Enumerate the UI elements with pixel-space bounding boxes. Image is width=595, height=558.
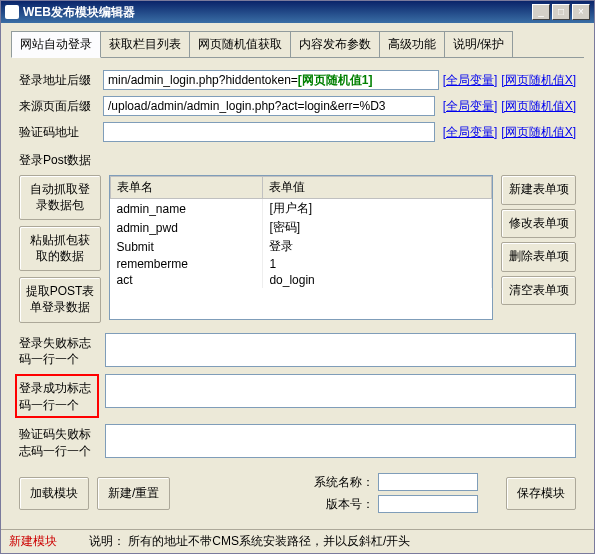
link-global-var-2[interactable]: [全局变量] [443,98,498,115]
new-reset-button[interactable]: 新建/重置 [97,477,170,511]
login-url-input[interactable]: min/admin_login.php?hiddentoken=[网页随机值1] [103,70,439,90]
label-success-flag: 登录成功标志 码一行一个 [19,378,95,414]
close-button[interactable]: × [572,4,590,20]
label-version: 版本号： [326,496,374,513]
window-title: WEB发布模块编辑器 [23,4,532,21]
sys-name-input[interactable] [378,473,478,491]
table-row[interactable]: admin_pwd[密码] [111,218,492,237]
table-row[interactable]: actdo_login [111,272,492,288]
statusbar: 新建模块 说明： 所有的地址不带CMS系统安装路径，并以反斜杠/开头 [1,529,594,553]
label-captcha: 验证码地址 [19,124,99,141]
tab-advanced[interactable]: 高级功能 [379,31,445,57]
tab-category-list[interactable]: 获取栏目列表 [100,31,190,57]
tab-strip: 网站自动登录 获取栏目列表 网页随机值获取 内容发布参数 高级功能 说明/保护 [11,31,584,58]
row-login-url: 登录地址后缀 min/admin_login.php?hiddentoken=[… [19,70,576,90]
right-button-group: 新建表单项 修改表单项 删除表单项 清空表单项 [501,175,576,323]
tab-publish-params[interactable]: 内容发布参数 [290,31,380,57]
row-captcha: 验证码地址 [全局变量] [网页随机值X] [19,122,576,142]
table-row[interactable]: rememberme1 [111,256,492,272]
row-referer: 来源页面后缀 [全局变量] [网页随机值X] [19,96,576,116]
row-captcha-fail: 验证码失败标 志码一行一个 [19,424,576,460]
link-random-val-3[interactable]: [网页随机值X] [501,124,576,141]
edit-item-button[interactable]: 修改表单项 [501,209,576,239]
fail-flag-input[interactable] [105,333,576,367]
row-success-flag: 登录成功标志 码一行一个 [19,374,576,418]
post-data-table[interactable]: 表单名 表单值 admin_name[用户名]admin_pwd[密码]Subm… [109,175,493,320]
captcha-fail-input[interactable] [105,424,576,458]
table-row[interactable]: Submit登录 [111,237,492,256]
captcha-input[interactable] [103,122,435,142]
tab-random-value[interactable]: 网页随机值获取 [189,31,291,57]
main-window: WEB发布模块编辑器 _ □ × 网站自动登录 获取栏目列表 网页随机值获取 内… [0,0,595,554]
content-area: 网站自动登录 获取栏目列表 网页随机值获取 内容发布参数 高级功能 说明/保护 … [1,23,594,529]
save-module-button[interactable]: 保存模块 [506,477,576,511]
success-flag-input[interactable] [105,374,576,408]
window-controls: _ □ × [532,4,590,20]
label-captcha-fail: 验证码失败标 志码一行一个 [19,424,99,460]
table-area: 自动抓取登 录数据包 粘贴抓包获 取的数据 提取POST表 单登录数据 表单名 … [19,175,576,323]
link-global-var-3[interactable]: [全局变量] [443,124,498,141]
th-value[interactable]: 表单值 [263,177,492,199]
paste-grab-button[interactable]: 粘贴抓包获 取的数据 [19,226,101,271]
minimize-button[interactable]: _ [532,4,550,20]
form-area: 登录地址后缀 min/admin_login.php?hiddentoken=[… [11,70,584,459]
clear-item-button[interactable]: 清空表单项 [501,276,576,306]
app-icon [5,5,19,19]
random-tag: [网页随机值1] [298,72,373,89]
status-new-module: 新建模块 [9,533,89,550]
titlebar[interactable]: WEB发布模块编辑器 _ □ × [1,1,594,23]
label-login-url: 登录地址后缀 [19,72,99,89]
delete-item-button[interactable]: 删除表单项 [501,242,576,272]
label-sys-name: 系统名称： [314,474,374,491]
extract-post-button[interactable]: 提取POST表 单登录数据 [19,277,101,322]
th-name[interactable]: 表单名 [111,177,263,199]
label-referer: 来源页面后缀 [19,98,99,115]
new-item-button[interactable]: 新建表单项 [501,175,576,205]
referer-input[interactable] [103,96,435,116]
left-button-group: 自动抓取登 录数据包 粘贴抓包获 取的数据 提取POST表 单登录数据 [19,175,101,323]
load-module-button[interactable]: 加载模块 [19,477,89,511]
highlight-box: 登录成功标志 码一行一个 [15,374,99,418]
tab-auto-login[interactable]: 网站自动登录 [11,31,101,58]
link-random-val-1[interactable]: [网页随机值X] [501,72,576,89]
table-row[interactable]: admin_name[用户名] [111,199,492,219]
maximize-button[interactable]: □ [552,4,570,20]
link-global-var-1[interactable]: [全局变量] [443,72,498,89]
version-input[interactable] [378,495,478,513]
label-fail-flag: 登录失败标志 码一行一个 [19,333,99,369]
status-note: 说明： 所有的地址不带CMS系统安装路径，并以反斜杠/开头 [89,533,410,550]
link-random-val-2[interactable]: [网页随机值X] [501,98,576,115]
bottom-bar: 加载模块 新建/重置 系统名称： 版本号： 保存模块 [11,465,584,521]
label-post-data: 登录Post数据 [19,152,99,169]
row-fail-flag: 登录失败标志 码一行一个 [19,333,576,369]
tab-help[interactable]: 说明/保护 [444,31,513,57]
auto-grab-button[interactable]: 自动抓取登 录数据包 [19,175,101,220]
system-info: 系统名称： 版本号： [178,473,498,513]
